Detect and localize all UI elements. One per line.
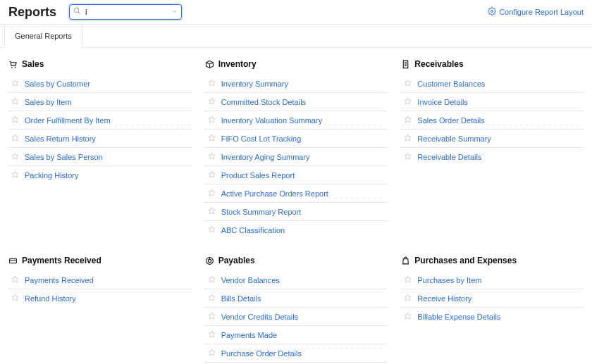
- report-link-packing-history[interactable]: Packing History: [25, 171, 78, 180]
- star-icon[interactable]: [11, 170, 19, 180]
- report-link-stock-summary-report[interactable]: Stock Summary Report: [221, 208, 302, 216]
- star-icon[interactable]: [208, 170, 216, 180]
- star-icon[interactable]: [404, 79, 412, 88]
- report-link-purchase-order-details[interactable]: Purchase Order Details: [221, 349, 302, 358]
- configure-report-layout-link[interactable]: Configure Report Layout: [488, 7, 584, 17]
- star-icon[interactable]: [11, 275, 19, 284]
- svg-marker-20: [405, 116, 411, 123]
- star-icon[interactable]: [208, 349, 216, 358]
- report-link-payments-received[interactable]: Payments Received: [25, 276, 94, 284]
- section-payments-received: Payments ReceivedPayments ReceivedRefund…: [8, 256, 191, 364]
- svg-marker-24: [12, 294, 18, 301]
- section-title-text: Sales: [22, 59, 44, 69]
- report-link-sales-by-customer[interactable]: Sales by Customer: [25, 80, 90, 88]
- report-link-fifo-cost-lot-tracking[interactable]: FIFO Cost Lot Tracking: [221, 134, 302, 143]
- svg-marker-29: [209, 349, 215, 356]
- report-link-refund-history[interactable]: Refund History: [25, 294, 76, 303]
- list-item: Payments Received: [8, 271, 191, 289]
- tab-general-reports[interactable]: General Reports: [4, 25, 82, 48]
- report-link-inventory-valuation-summary[interactable]: Inventory Valuation Summary: [221, 116, 322, 125]
- report-link-billable-expense-details[interactable]: Billable Expense Details: [417, 313, 500, 321]
- report-link-abc-classification[interactable]: ABC Classification: [221, 226, 285, 234]
- report-search: [69, 4, 182, 20]
- star-icon[interactable]: [404, 97, 412, 106]
- report-link-product-sales-report[interactable]: Product Sales Report: [221, 171, 295, 180]
- svg-line-1: [78, 12, 80, 14]
- list-item: Vendor Balances: [205, 271, 388, 289]
- star-icon[interactable]: [208, 225, 216, 234]
- svg-marker-4: [12, 98, 18, 104]
- report-link-order-fulfillment-by-item[interactable]: Order Fulfillment By Item: [25, 116, 111, 125]
- report-link-payments-made[interactable]: Payments Made: [221, 331, 277, 339]
- star-icon[interactable]: [208, 152, 216, 161]
- star-icon[interactable]: [404, 115, 412, 125]
- box-icon: [205, 60, 214, 69]
- star-icon[interactable]: [208, 189, 216, 198]
- list-item: Refund History: [8, 289, 191, 307]
- list-item: Billable Expense Details: [401, 308, 584, 325]
- report-link-vendor-credits-details[interactable]: Vendor Credits Details: [221, 313, 298, 321]
- section-receivables: ReceivablesCustomer BalancesInvoice Deta…: [401, 59, 584, 239]
- report-sections: SalesSales by CustomerSales by ItemOrder…: [0, 48, 592, 364]
- star-icon[interactable]: [208, 79, 216, 88]
- report-link-inventory-summary[interactable]: Inventory Summary: [221, 80, 288, 88]
- svg-marker-6: [12, 134, 18, 141]
- section-title-text: Inventory: [218, 59, 257, 69]
- svg-marker-11: [209, 116, 215, 123]
- star-icon[interactable]: [208, 275, 216, 284]
- star-icon[interactable]: [11, 134, 19, 143]
- report-link-sales-by-item[interactable]: Sales by Item: [25, 98, 72, 106]
- svg-marker-9: [209, 80, 215, 86]
- section-title: Sales: [8, 59, 191, 69]
- svg-marker-21: [405, 134, 411, 141]
- svg-marker-7: [12, 153, 18, 159]
- section-title: Payables: [205, 256, 388, 265]
- chevron-down-icon[interactable]: [171, 7, 178, 17]
- report-link-receivable-summary[interactable]: Receivable Summary: [417, 134, 491, 143]
- section-title: Receivables: [401, 59, 584, 69]
- star-icon[interactable]: [404, 275, 412, 284]
- receipt-icon: [401, 60, 410, 69]
- list-item: ABC Classification: [205, 221, 388, 239]
- header: Reports Configure Report Layout: [0, 0, 592, 25]
- svg-marker-12: [209, 134, 215, 141]
- star-icon[interactable]: [208, 207, 216, 216]
- star-icon[interactable]: [11, 294, 19, 303]
- report-link-committed-stock-details[interactable]: Committed Stock Details: [221, 98, 306, 106]
- star-icon[interactable]: [11, 97, 19, 106]
- list-item: Invoice Details: [401, 93, 584, 111]
- list-item: Sales Return History: [8, 130, 191, 148]
- star-icon[interactable]: [11, 152, 19, 161]
- section-title-text: Payables: [218, 256, 255, 265]
- star-icon[interactable]: [208, 134, 216, 143]
- svg-marker-5: [12, 116, 18, 123]
- list-item: Customer Balances: [401, 75, 584, 93]
- report-link-sales-by-sales-person[interactable]: Sales by Sales Person: [25, 153, 103, 161]
- star-icon[interactable]: [11, 79, 19, 88]
- report-link-purchases-by-item[interactable]: Purchases by Item: [417, 276, 481, 284]
- report-link-bills-details[interactable]: Bills Details: [221, 294, 261, 303]
- svg-marker-18: [405, 80, 411, 86]
- report-link-inventory-aging-summary[interactable]: Inventory Aging Summary: [221, 153, 310, 161]
- list-item: Order Fulfillment By Item: [8, 111, 191, 130]
- list-item: Sales by Customer: [8, 75, 191, 93]
- star-icon[interactable]: [208, 312, 216, 321]
- search-input[interactable]: [69, 4, 182, 20]
- star-icon[interactable]: [404, 152, 412, 161]
- star-icon[interactable]: [11, 115, 19, 125]
- star-icon[interactable]: [208, 294, 216, 303]
- report-link-sales-order-details[interactable]: Sales Order Details: [417, 116, 484, 125]
- report-link-customer-balances[interactable]: Customer Balances: [417, 80, 485, 88]
- report-link-invoice-details[interactable]: Invoice Details: [417, 98, 468, 106]
- star-icon[interactable]: [208, 97, 216, 106]
- star-icon[interactable]: [404, 294, 412, 303]
- star-icon[interactable]: [208, 330, 216, 339]
- report-link-receive-history[interactable]: Receive History: [417, 294, 471, 303]
- report-link-sales-return-history[interactable]: Sales Return History: [25, 134, 96, 143]
- report-link-active-purchase-orders-report[interactable]: Active Purchase Orders Report: [221, 189, 328, 198]
- star-icon[interactable]: [208, 115, 216, 125]
- report-link-receivable-details[interactable]: Receivable Details: [417, 153, 481, 161]
- star-icon[interactable]: [404, 134, 412, 143]
- star-icon[interactable]: [404, 312, 412, 321]
- report-link-vendor-balances[interactable]: Vendor Balances: [221, 276, 280, 284]
